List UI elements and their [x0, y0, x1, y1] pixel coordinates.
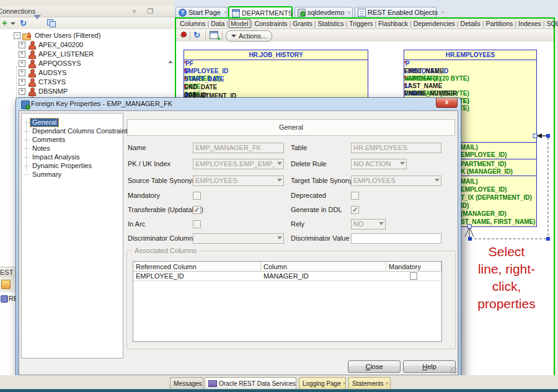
tab-rest-enabled-objects[interactable]: REST Enabled Objects× — [355, 7, 436, 17]
connections-toolbar: + ↻ — [0, 17, 175, 29]
table-field[interactable]: HR.EMPLOYEES — [351, 143, 441, 153]
expand-icon[interactable]: + — [19, 69, 25, 76]
column-row: P*EMPLOYEE_IDNUMBER (6) — [404, 60, 536, 68]
dialog-nav-summary[interactable]: Summary — [30, 171, 63, 179]
expand-icon[interactable]: + — [19, 79, 25, 86]
bottom-tab-label: Messages — [174, 380, 202, 387]
toolbar-separator — [205, 31, 206, 40]
filter-icon[interactable] — [33, 19, 44, 27]
in-arc-checkbox[interactable] — [193, 220, 201, 228]
subtab-triggers[interactable]: Triggers — [348, 20, 374, 27]
dialog-nav-comments[interactable]: Comments — [30, 136, 67, 144]
subtab-grants[interactable]: Grants — [291, 20, 314, 27]
name-field[interactable]: EMP_MANAGER_FK — [193, 143, 284, 153]
table-header-referenced-column: Referenced Column — [133, 262, 261, 272]
tree-user-appqossys[interactable]: +APPQOSSYS — [0, 59, 175, 68]
panel-close-icon[interactable]: × — [130, 7, 138, 16]
tree-user-audsys[interactable]: +AUDSYS — [0, 68, 175, 78]
bottom-tab-statements[interactable]: Statements× — [348, 377, 391, 389]
dialog-nav-impact-analysis[interactable]: Impact Analysis — [30, 153, 81, 161]
pk-uk-index-label: PK / UK Index — [128, 159, 170, 169]
bottom-tab-messages[interactable]: Messages — [170, 377, 203, 389]
expand-icon[interactable]: + — [19, 51, 25, 58]
subtab-flashback[interactable]: Flashback — [377, 20, 409, 27]
generate-in-ddl-checkbox[interactable] — [351, 206, 359, 214]
rest-toolbar-icon[interactable] — [1, 280, 11, 289]
dialog-nav-notes[interactable]: Notes — [30, 145, 52, 153]
expand-icon[interactable]: + — [19, 42, 25, 48]
resize-grip[interactable] — [450, 367, 457, 374]
table-icon — [232, 9, 240, 17]
subtab-constraints[interactable]: Constraints — [253, 20, 288, 27]
collapse-icon[interactable]: − — [14, 32, 20, 39]
column-name: FIRST_NAME — [404, 68, 536, 75]
tab-departments[interactable]: DEPARTMENTS× — [228, 6, 293, 19]
subtab-statistics[interactable]: Statistics — [317, 20, 345, 27]
dialog-nav-dynamic-properties[interactable]: Dynamic Properties — [30, 162, 94, 170]
close-icon[interactable]: × — [386, 380, 389, 386]
expand-icon[interactable]: + — [19, 60, 25, 67]
table-label: Table — [291, 143, 307, 153]
ords-icon — [208, 380, 217, 387]
subtab-sql[interactable]: SQL — [545, 20, 558, 27]
tree-node-other-users[interactable]: − Other Users (Filtered) — [0, 31, 175, 40]
tab-start-page[interactable]: Start Page× — [175, 7, 228, 17]
column-row: FIRST_NAMEVARCHAR2 (20 BYTE) — [404, 68, 536, 75]
discriminator-column-combo[interactable] — [193, 233, 284, 244]
panel-restore-icon[interactable]: ❐ — [146, 7, 154, 16]
dialog-nav-general[interactable]: General — [30, 118, 58, 127]
in-arc-label: In Arc — [128, 219, 145, 229]
chevron-down-icon — [400, 162, 405, 165]
associated-columns-table[interactable]: Referenced ColumnColumnMandatoryEMPLOYEE… — [133, 261, 442, 342]
tree-user-ctxsys[interactable]: +CTXSYS — [0, 78, 175, 87]
subtab-separator: | — [314, 20, 316, 27]
tab-sqldevdemo[interactable]: sqldevdemo× — [294, 7, 353, 17]
subtab-model[interactable]: Model — [229, 19, 250, 28]
column-row: *END_DATEDATE — [184, 76, 368, 84]
mandatory-checkbox[interactable] — [193, 192, 201, 200]
close-button-label: lose — [370, 363, 383, 370]
close-icon[interactable]: × — [347, 9, 350, 16]
rely-combo[interactable]: NO — [351, 219, 386, 229]
close-icon[interactable]: × — [343, 380, 346, 386]
copy-connection-icon[interactable] — [47, 19, 56, 27]
transferable-checkbox[interactable] — [193, 206, 201, 214]
add-connection-icon[interactable]: + — [2, 19, 9, 27]
tree-user-apex-listener[interactable]: +APEX_LISTENER — [0, 50, 175, 59]
help-button[interactable]: Help — [403, 360, 456, 373]
bottom-tab-logging-page[interactable]: Logging Page× — [299, 377, 346, 389]
row-mandatory-checkbox[interactable] — [410, 272, 417, 280]
sql-developer-window: Connections × ❐ + ↻ − Other Users (Filte… — [0, 0, 558, 392]
column-row: *LAST_NAMEVARCHAR2 (25 BYTE) — [404, 75, 536, 82]
deprecated-checkbox[interactable] — [351, 192, 359, 200]
dialog-nav-dependant-columns-constraint[interactable]: Dependant Columns Constraint — [30, 127, 129, 135]
subtab-dependencies[interactable]: Dependencies — [412, 20, 456, 27]
subtab-partitions[interactable]: Partitions — [484, 20, 514, 27]
dialog-close-button[interactable]: x — [436, 98, 458, 108]
subtab-columns[interactable]: Columns — [179, 20, 206, 27]
scroll-up-icon[interactable] — [168, 60, 173, 63]
close-icon[interactable]: × — [224, 9, 227, 16]
close-icon[interactable]: × — [441, 9, 444, 16]
subtab-indexes[interactable]: Indexes — [517, 20, 542, 27]
new-diagram-icon[interactable] — [210, 31, 218, 39]
source-table-synonym-combo[interactable]: EMPLOYEES — [193, 176, 284, 186]
pk-uk-index-combo[interactable]: EMPLOYEES.EMP_EMP_ID_PK — [193, 159, 284, 169]
target-table-synonym-combo[interactable]: EMPLOYEES — [351, 176, 441, 186]
actions-button[interactable]: Actions... — [226, 30, 272, 42]
refresh-icon[interactable]: ↻ — [193, 30, 200, 40]
tree-user-apex-040200[interactable]: +APEX_040200 — [0, 40, 175, 50]
diagram-table-title: HR.JOB_HISTORY — [184, 50, 368, 60]
key-flag: PF — [185, 60, 193, 68]
discriminator-value-field[interactable] — [351, 233, 441, 244]
subtab-data[interactable]: Data — [210, 20, 226, 27]
delete-rule-combo[interactable]: NO ACTION — [351, 159, 407, 169]
close-button[interactable]: Close — [348, 360, 401, 373]
pin-icon[interactable] — [180, 31, 187, 38]
tree-user-dbsnmp[interactable]: +DBSNMP — [0, 87, 175, 96]
expand-icon[interactable]: + — [19, 88, 25, 95]
bottom-tab-oracle-rest-data-services[interactable]: Oracle REST Data Services× — [205, 377, 296, 389]
subtab-details[interactable]: Details — [459, 20, 482, 27]
refresh-icon[interactable]: ↻ — [20, 19, 29, 27]
add-connection-dropdown-icon[interactable] — [11, 22, 16, 25]
